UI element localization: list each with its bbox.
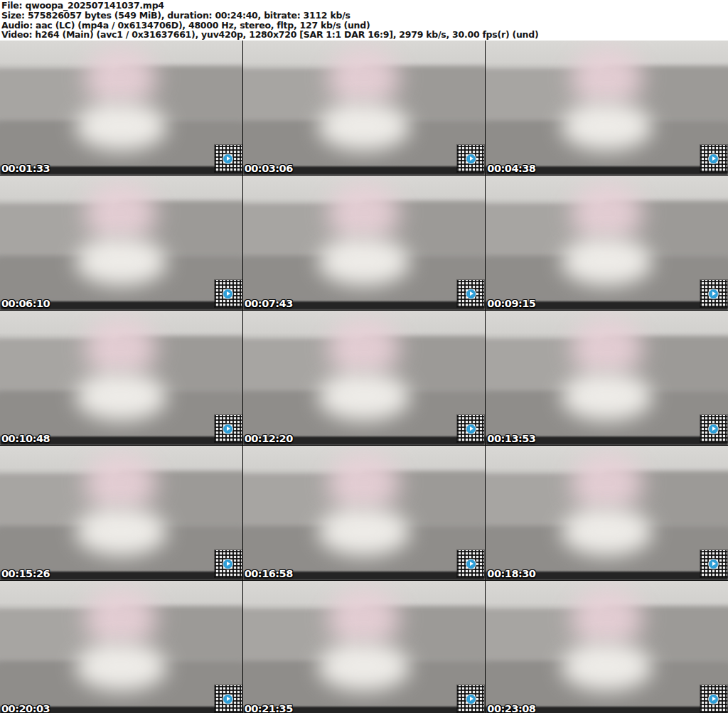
timestamp-label: 00:10:48: [1, 433, 50, 444]
placeholder-couch-cushion: [114, 66, 242, 120]
placeholder-desk-edge: [486, 707, 728, 713]
timestamp-label: 00:18:30: [487, 568, 535, 579]
placeholder-couch-seat: [0, 663, 242, 705]
video-thumbnail: 00:04:38: [486, 41, 728, 175]
placeholder-couch-seat: [486, 663, 728, 705]
video-thumbnail: 00:06:10: [0, 176, 242, 310]
placeholder-couch-cushion: [486, 69, 614, 120]
placeholder-subject-blur: [571, 454, 643, 513]
qr-watermark: [700, 415, 727, 442]
placeholder-subject-blur: [561, 102, 653, 151]
placeholder-subject-blur: [85, 454, 157, 513]
placeholder-couch-seat: [243, 122, 486, 165]
placeholder-couch-cushion: [243, 204, 372, 255]
placeholder-couch-cushion: [357, 606, 486, 660]
placeholder-subject-blur: [328, 589, 400, 648]
placeholder-couch-cushion: [357, 66, 486, 120]
placeholder-couch-seat: [0, 527, 242, 570]
placeholder-couch-seat: [243, 527, 486, 570]
qr-watermark: [215, 280, 242, 307]
placeholder-subject-blur: [561, 372, 653, 421]
placeholder-subject-blur: [571, 318, 643, 377]
placeholder-couch-seat: [243, 257, 486, 300]
placeholder-subject-blur: [328, 48, 400, 107]
telegram-logo-icon: [223, 154, 232, 163]
placeholder-subject-blur: [85, 183, 157, 242]
timestamp-label: 00:06:10: [1, 298, 50, 309]
placeholder-couch-cushion: [357, 471, 486, 525]
placeholder-couch-cushion: [114, 471, 242, 525]
placeholder-couch-cushion: [0, 204, 129, 255]
video-thumbnail: 00:13:53: [486, 311, 728, 445]
timestamp-label: 00:13:53: [487, 433, 535, 444]
placeholder-subject-blur: [561, 643, 653, 691]
telegram-logo-icon: [223, 289, 232, 299]
video-thumbnail: 00:20:03: [0, 581, 242, 713]
thumbnail-grid: 00:01:33 00:03:06 00:04:38: [0, 41, 728, 713]
telegram-logo-icon: [709, 154, 718, 163]
file-name-line: File: qwoopa_202507141037.mp4: [1, 1, 728, 11]
telegram-logo-icon: [709, 559, 718, 569]
placeholder-desk-edge: [0, 572, 242, 580]
qr-watermark: [700, 550, 727, 577]
placeholder-desk-edge: [486, 436, 728, 445]
placeholder-couch-seat: [486, 527, 728, 570]
placeholder-couch-cushion: [243, 69, 372, 120]
timestamp-label: 00:15:26: [1, 568, 50, 579]
placeholder-couch-seat: [486, 122, 728, 165]
placeholder-desk-edge: [486, 572, 728, 580]
placeholder-couch-cushion: [114, 201, 242, 255]
telegram-logo-icon: [709, 289, 718, 299]
qr-watermark: [457, 280, 484, 307]
placeholder-subject-blur: [85, 318, 157, 377]
placeholder-subject-blur: [75, 508, 167, 556]
telegram-logo-icon: [466, 289, 476, 299]
telegram-logo-icon: [223, 695, 232, 704]
placeholder-subject-blur: [318, 508, 410, 556]
placeholder-couch-cushion: [243, 609, 372, 660]
video-thumbnail: 00:03:06: [243, 41, 486, 175]
placeholder-desk-edge: [0, 436, 242, 445]
placeholder-subject-blur: [75, 643, 167, 691]
qr-watermark: [457, 145, 484, 172]
qr-watermark: [700, 685, 727, 712]
placeholder-desk-edge: [243, 301, 486, 310]
file-size-line: Size: 575826057 bytes (549 MiB), duratio…: [1, 11, 728, 21]
placeholder-subject-blur: [318, 372, 410, 421]
video-thumbnail: 00:16:58: [243, 446, 486, 580]
placeholder-couch-cushion: [486, 474, 614, 525]
telegram-logo-icon: [466, 695, 476, 704]
placeholder-desk-edge: [243, 707, 486, 713]
placeholder-couch-seat: [486, 392, 728, 435]
placeholder-couch-seat: [0, 122, 242, 165]
telegram-logo-icon: [466, 154, 476, 163]
placeholder-desk-edge: [243, 166, 486, 175]
telegram-logo-icon: [223, 424, 232, 434]
qr-watermark: [457, 685, 484, 712]
placeholder-couch-seat: [243, 663, 486, 705]
audio-info-line: Audio: aac (LC) (mp4a / 0x6134706D), 480…: [1, 21, 728, 31]
timestamp-label: 00:23:08: [487, 703, 535, 713]
video-thumbnail: 00:23:08: [486, 581, 728, 713]
qr-watermark: [457, 550, 484, 577]
placeholder-subject-blur: [561, 237, 653, 286]
qr-watermark: [700, 145, 727, 172]
placeholder-desk-edge: [0, 707, 242, 713]
placeholder-couch-cushion: [357, 336, 486, 390]
placeholder-couch-cushion: [0, 339, 129, 390]
timestamp-label: 00:07:43: [245, 298, 293, 309]
placeholder-couch-seat: [486, 257, 728, 300]
timestamp-label: 00:20:03: [1, 703, 50, 713]
telegram-logo-icon: [709, 424, 718, 434]
placeholder-couch-cushion: [599, 471, 728, 525]
telegram-logo-icon: [709, 695, 718, 704]
video-thumbnail: 00:15:26: [0, 446, 242, 580]
placeholder-subject-blur: [75, 237, 167, 286]
qr-watermark: [700, 280, 727, 307]
telegram-logo-icon: [466, 424, 476, 434]
video-thumbnail: 00:10:48: [0, 311, 242, 445]
qr-watermark: [215, 550, 242, 577]
timestamp-label: 00:03:06: [245, 163, 293, 174]
video-thumbnail: 00:07:43: [243, 176, 486, 310]
placeholder-subject-blur: [571, 589, 643, 648]
